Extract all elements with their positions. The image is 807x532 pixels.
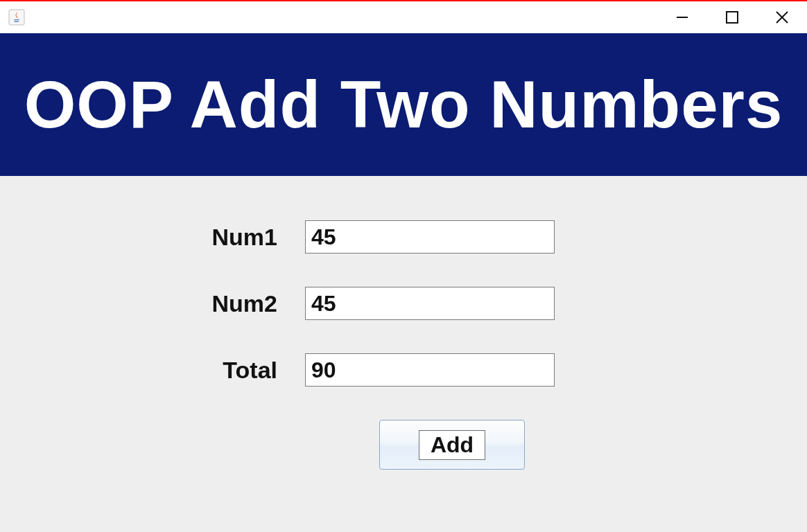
num1-label: Num1 — [0, 224, 305, 251]
total-input[interactable] — [305, 353, 555, 387]
svg-rect-2 — [727, 12, 738, 23]
java-app-icon — [8, 9, 25, 26]
window-controls — [657, 1, 807, 33]
maximize-button[interactable] — [707, 1, 757, 33]
close-button[interactable] — [757, 1, 807, 33]
maximize-icon — [723, 8, 741, 26]
total-label: Total — [0, 357, 305, 384]
row-num1: Num1 — [0, 220, 807, 254]
num2-input[interactable] — [305, 287, 555, 320]
content-panel: Num1 Num2 Total Add — [0, 176, 807, 532]
num1-input[interactable] — [305, 220, 555, 254]
add-button-inner: Add — [419, 430, 485, 460]
svg-rect-0 — [9, 10, 24, 25]
close-icon — [773, 8, 791, 26]
title-bar — [0, 1, 807, 33]
row-num2: Num2 — [0, 287, 807, 320]
row-total: Total — [0, 353, 807, 387]
minimize-icon — [672, 8, 692, 27]
add-button[interactable]: Add — [379, 420, 525, 470]
banner: OOP Add Two Numbers — [0, 33, 807, 176]
action-row: Add — [0, 420, 807, 470]
minimize-button[interactable] — [657, 1, 707, 33]
banner-heading: OOP Add Two Numbers — [24, 66, 783, 143]
num2-label: Num2 — [0, 290, 305, 317]
add-button-label: Add — [431, 432, 474, 457]
application-window: OOP Add Two Numbers Num1 Num2 Total Add — [0, 0, 807, 532]
